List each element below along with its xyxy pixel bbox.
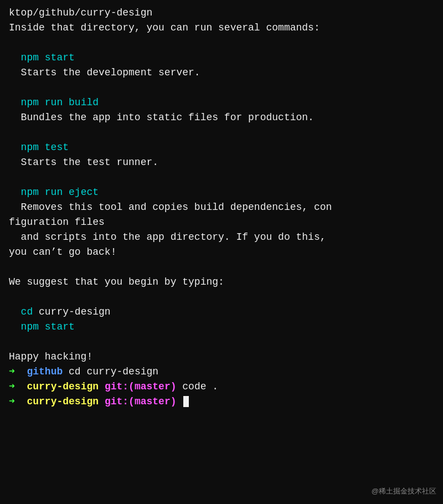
suggest-line: We suggest that you begin by typing:: [9, 275, 434, 290]
blank-2: [9, 80, 434, 95]
prompt-curry-current: ➜ curry-design git:(master): [9, 394, 434, 409]
npm-eject-cmd: npm run eject: [9, 185, 434, 200]
path-line: ktop/github/curry-design: [9, 6, 434, 20]
git-master-1: git:(master): [105, 381, 177, 392]
arrow-2: ➜: [9, 381, 15, 392]
suggest-npm-start: npm start: [9, 320, 434, 335]
npm-test-cmd: npm test: [9, 140, 434, 155]
npm-test-label: npm test: [21, 142, 69, 153]
blank-3: [9, 125, 434, 140]
npm-test-desc: Starts the test runner.: [9, 155, 434, 170]
npm-eject-desc1: Removes this tool and copies build depen…: [9, 200, 434, 215]
watermark: @稀土掘金技术社区: [372, 486, 436, 497]
npm-build-desc: Bundles the app into static files for pr…: [9, 110, 434, 125]
npm-eject-desc4: you can’t go back!: [9, 245, 434, 260]
blank-6: [9, 290, 434, 305]
npm-start-cmd: npm start: [9, 50, 434, 65]
blank-7: [9, 335, 434, 349]
arrow-1: ➜: [9, 366, 15, 377]
blank-4: [9, 170, 434, 185]
terminal: ktop/github/curry-design Inside that dir…: [9, 6, 434, 498]
prompt-github: ➜ github cd curry-design: [9, 364, 434, 379]
happy-hacking: Happy hacking!: [9, 349, 434, 364]
npm-eject-label: npm run eject: [21, 187, 99, 198]
npm-eject-desc3: and scripts into the app directory. If y…: [9, 230, 434, 245]
blank-5: [9, 260, 434, 275]
inside-line: Inside that directory, you can run sever…: [9, 20, 434, 35]
suggest-cd: cd curry-design: [9, 305, 434, 320]
prompt-curry-code: ➜ curry-design git:(master) code .: [9, 379, 434, 394]
arrow-3: ➜: [9, 396, 15, 407]
npm-build-cmd: npm run build: [9, 95, 434, 110]
npm-build-label: npm run build: [21, 97, 99, 108]
blank-1: [9, 35, 434, 50]
npm-start-label: npm start: [21, 52, 75, 63]
terminal-cursor: [183, 396, 189, 407]
npm-eject-desc2: figuration files: [9, 215, 434, 230]
npm-start-suggest: npm start: [21, 321, 75, 332]
user-curry-2: curry-design: [27, 396, 99, 407]
git-master-2: git:(master): [105, 396, 177, 407]
user-github: github: [27, 366, 63, 377]
cd-command: cd: [21, 306, 33, 317]
npm-start-desc: Starts the development server.: [9, 65, 434, 80]
user-curry-1: curry-design: [27, 381, 99, 392]
